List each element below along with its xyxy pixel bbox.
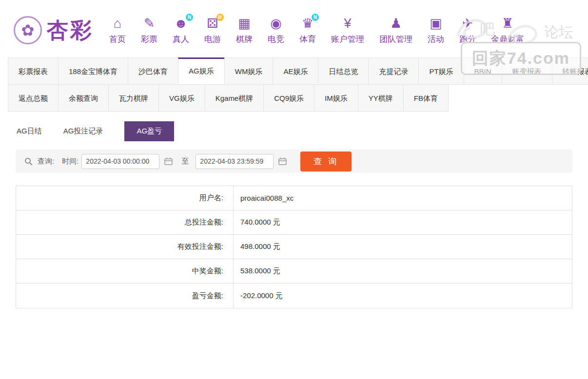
nav-item-label: 电游 xyxy=(204,34,221,45)
tab-item[interactable]: AG娱乐 xyxy=(178,57,225,85)
subtab-item[interactable]: AG盈亏 xyxy=(124,121,174,141)
lottery-pencil-icon: ✎ xyxy=(144,16,155,32)
nav-item-label: 团队管理 xyxy=(379,34,412,45)
slot-games-icon: ⚄H xyxy=(207,16,218,32)
nav-item-label: 体育 xyxy=(299,34,316,45)
tab-item[interactable]: CQ9娱乐 xyxy=(263,84,314,112)
tab-item[interactable]: WM娱乐 xyxy=(224,57,274,85)
nav-item-label: 活动 xyxy=(428,34,444,45)
tab-item[interactable]: Kgame棋牌 xyxy=(205,84,264,112)
calendar-icon[interactable] xyxy=(278,157,287,165)
query-bar: 查询: 时间: 至 查 询 xyxy=(16,150,572,173)
ag-subtabs: AG日结AG投注记录AG盈亏 xyxy=(17,121,571,141)
subtab-item[interactable]: AG日结 xyxy=(17,127,42,136)
main-nav: ⌂首页✎彩票☻N真人⚄H电游▦棋牌◉电竞♛N体育¥账户管理♟团队管理▣活动✈跑分… xyxy=(109,16,524,45)
row-label: 中奖金额: xyxy=(16,259,234,283)
nav-item-label: 跑分 xyxy=(459,34,476,45)
nav-item-promotions[interactable]: ▣活动 xyxy=(428,16,444,45)
brand-logo[interactable]: ✿ 杏彩 xyxy=(14,16,94,45)
nav-item-label: 金鼎财富 xyxy=(491,34,524,45)
tab-row-1: 彩票报表188金宝博体育沙巴体育AG娱乐WM娱乐AE娱乐日结总览充提记录PT娱乐… xyxy=(8,57,580,85)
time-from-input[interactable] xyxy=(81,154,159,169)
logo-flower-icon: ✿ xyxy=(14,16,42,44)
nav-item-sports[interactable]: ♛N体育 xyxy=(299,16,316,45)
tab-item[interactable]: VG娱乐 xyxy=(158,84,205,112)
nav-item-label: 账户管理 xyxy=(331,34,364,45)
row-label: 用户名: xyxy=(16,186,234,210)
mahjong-tile-icon: ▦ xyxy=(238,16,251,32)
tab-item[interactable]: 账变报表 xyxy=(502,57,552,85)
rocket-icon: ✈ xyxy=(462,16,473,32)
table-row: 盈亏金额:-202.0000 元 xyxy=(16,284,572,308)
gift-icon: ▣ xyxy=(430,16,442,32)
new-badge: H xyxy=(216,14,224,21)
row-value: proaicai0088_xc xyxy=(234,186,572,210)
tab-item[interactable]: YY棋牌 xyxy=(358,84,404,112)
nav-item-home[interactable]: ⌂首页 xyxy=(109,16,126,45)
row-label: 有效投注金额: xyxy=(16,235,234,259)
account-yuan-icon: ¥ xyxy=(344,16,351,32)
tab-item[interactable]: 188金宝博体育 xyxy=(58,57,128,85)
nav-item-egames[interactable]: ⚄H电游 xyxy=(204,16,221,45)
row-value: 538.0000 元 xyxy=(234,259,572,283)
tab-item[interactable]: 余额查询 xyxy=(58,84,109,112)
live-dealer-icon: ☻N xyxy=(174,16,188,32)
table-row: 总投注金额:740.0000 元 xyxy=(16,210,572,235)
row-value: -202.0000 元 xyxy=(234,284,572,308)
team-people-icon: ♟ xyxy=(390,16,402,32)
nav-item-label: 首页 xyxy=(109,34,126,45)
row-value: 740.0000 元 xyxy=(234,210,572,234)
report-tabstrip: 彩票报表188金宝博体育沙巴体育AG娱乐WM娱乐AE娱乐日结总览充提记录PT娱乐… xyxy=(8,57,580,112)
tab-row-2: 返点总额余额查询瓦力棋牌VG娱乐Kgame棋牌CQ9娱乐IM娱乐YY棋牌FB体育 xyxy=(8,84,580,112)
tab-item[interactable]: 沙巴体育 xyxy=(128,57,178,85)
table-row: 用户名:proaicai0088_xc xyxy=(16,186,572,210)
tab-item[interactable]: 转账报表 xyxy=(552,57,588,85)
subtab-item[interactable]: AG投注记录 xyxy=(63,127,103,136)
result-table: 用户名:proaicai0088_xc总投注金额:740.0000 元有效投注金… xyxy=(16,186,572,308)
row-label: 总投注金额: xyxy=(16,210,234,234)
tab-item[interactable]: BBIN xyxy=(464,57,502,85)
logo-text: 杏彩 xyxy=(47,16,94,45)
new-badge: N xyxy=(186,14,193,21)
nav-item-label: 棋牌 xyxy=(236,34,253,45)
nav-item-board-games[interactable]: ▦棋牌 xyxy=(236,16,253,45)
new-badge: N xyxy=(312,14,319,21)
nav-item-label: 彩票 xyxy=(141,34,157,45)
calendar-icon[interactable] xyxy=(164,157,173,165)
nav-item-account-management[interactable]: ¥账户管理 xyxy=(331,16,364,45)
nav-item-paofen[interactable]: ✈跑分 xyxy=(459,16,476,45)
tab-item[interactable]: 彩票报表 xyxy=(8,57,59,85)
trophy-icon: ♛N xyxy=(302,16,314,32)
tab-item[interactable]: FB体育 xyxy=(403,84,449,112)
row-value: 498.0000 元 xyxy=(234,235,572,259)
nav-item-label: 真人 xyxy=(173,34,189,45)
nav-item-team-management[interactable]: ♟团队管理 xyxy=(379,16,412,45)
gamepad-icon: ◉ xyxy=(270,16,282,32)
nav-item-jinding-wealth[interactable]: ♜金鼎财富 xyxy=(491,16,524,45)
table-row: 中奖金额:538.0000 元 xyxy=(16,259,572,284)
nav-item-label: 电竞 xyxy=(268,34,284,45)
time-to-input[interactable] xyxy=(196,154,274,169)
tab-item[interactable]: AE娱乐 xyxy=(273,57,318,85)
tab-item[interactable]: 日结总览 xyxy=(318,57,369,85)
nav-item-esports[interactable]: ◉电竞 xyxy=(268,16,284,45)
tab-item[interactable]: PT娱乐 xyxy=(418,57,464,85)
table-row: 有效投注金额:498.0000 元 xyxy=(16,235,572,259)
tab-item[interactable]: 返点总额 xyxy=(8,84,59,112)
tab-item[interactable]: 瓦力棋牌 xyxy=(108,84,159,112)
search-icon xyxy=(24,157,33,166)
top-header: ✿ 杏彩 ⌂首页✎彩票☻N真人⚄H电游▦棋牌◉电竞♛N体育¥账户管理♟团队管理▣… xyxy=(0,0,588,57)
time-label: 时间: xyxy=(62,157,78,166)
query-button[interactable]: 查 询 xyxy=(300,152,352,171)
tab-item[interactable]: IM娱乐 xyxy=(314,84,358,112)
cauldron-icon: ♜ xyxy=(502,16,513,32)
nav-item-live-casino[interactable]: ☻N真人 xyxy=(173,16,189,45)
row-label: 盈亏金额: xyxy=(16,284,234,308)
query-label: 查询: xyxy=(38,157,54,166)
home-icon: ⌂ xyxy=(114,16,121,32)
nav-item-lottery[interactable]: ✎彩票 xyxy=(141,16,157,45)
tab-item[interactable]: 充提记录 xyxy=(368,57,419,85)
to-separator: 至 xyxy=(181,157,189,166)
